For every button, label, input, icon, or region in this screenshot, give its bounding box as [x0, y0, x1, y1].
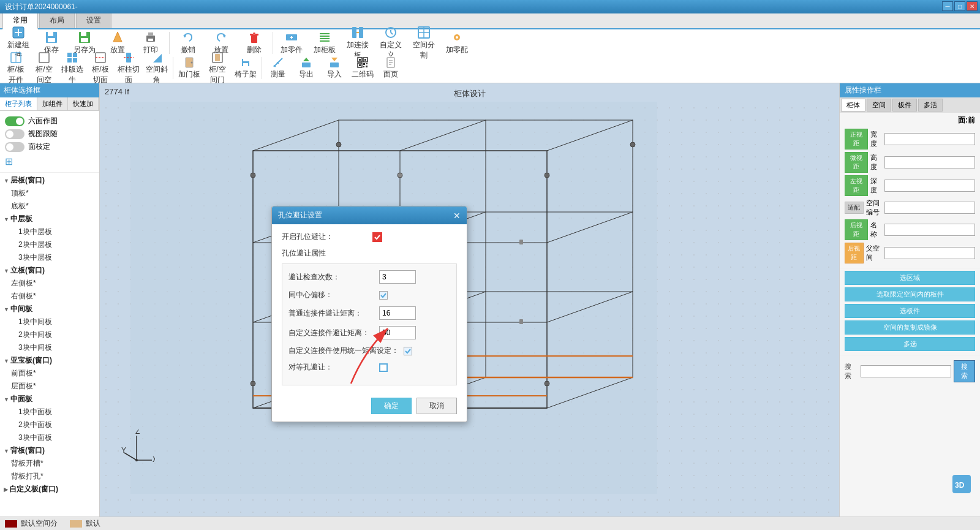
- chair-btn[interactable]: 椅子架: [232, 56, 259, 80]
- name-input[interactable]: [884, 224, 975, 236]
- toggle-sixface-switch[interactable]: [5, 116, 24, 126]
- tree-item-midface3[interactable]: 3块中面板: [1, 431, 98, 444]
- right-tab-panel[interactable]: 板件: [892, 99, 917, 112]
- undo-btn[interactable]: 撤销: [172, 31, 204, 55]
- left-tab-addcomp[interactable]: 加组件: [37, 97, 68, 110]
- tree-item-mid-face[interactable]: ▼ 中面板: [1, 393, 98, 406]
- search-input[interactable]: [861, 365, 951, 377]
- add-door-btn[interactable]: 加门板: [176, 56, 203, 80]
- select-limited-panel-btn[interactable]: 选取限定空间内的板件: [845, 287, 975, 301]
- tree-item-custom[interactable]: ▶ 自定义板(窗口): [1, 483, 98, 496]
- unified-dist-checkbox[interactable]: [404, 347, 412, 355]
- dialog-close-button[interactable]: ✕: [453, 211, 461, 221]
- peer-hole-checkbox[interactable]: [379, 363, 388, 372]
- tree-item-midboard1[interactable]: 1块中间板: [1, 316, 98, 328]
- cabinet-space-btn[interactable]: 柜/空间空: [31, 56, 58, 80]
- right-props: 正视距 宽度 微视距 高度 左视距 深度 适配 空间编号 后视距 名称: [840, 128, 980, 267]
- tree-item-bottom-panel[interactable]: 底板*: [1, 200, 98, 213]
- typeset-btn[interactable]: 排版选牛: [59, 56, 86, 80]
- add-connect-btn[interactable]: 加连接板: [342, 31, 374, 55]
- panel-open-btn[interactable]: 柜/板开件: [2, 56, 29, 80]
- normal-dist-input[interactable]: [379, 306, 416, 320]
- mirror-copy-btn[interactable]: 空间的复制成镜像: [845, 320, 975, 335]
- tree-item-front-panel[interactable]: 前面板*: [1, 367, 98, 380]
- tree-item-mid2[interactable]: 2块中层板: [1, 238, 98, 251]
- tree-item-back-slot[interactable]: 背板开槽*: [1, 457, 98, 470]
- tree-item-midboard2[interactable]: 2块中间板: [1, 328, 98, 341]
- space-split-btn[interactable]: 空间分割: [408, 31, 440, 55]
- cancel-button[interactable]: 取消: [417, 398, 457, 414]
- depth-input[interactable]: [884, 180, 975, 192]
- space-num-input[interactable]: [884, 202, 975, 214]
- select-region-btn[interactable]: 选区域: [845, 271, 975, 285]
- minimize-button[interactable]: ─: [942, 1, 953, 11]
- front-view-btn[interactable]: 正视距: [845, 129, 868, 150]
- delete-btn[interactable]: 删除: [238, 31, 270, 55]
- parent-space-input[interactable]: [884, 247, 975, 259]
- tree-item-mid-panel[interactable]: ▼ 中层板: [1, 213, 98, 225]
- micro-view-btn[interactable]: 微视距: [845, 152, 868, 173]
- custom-dist-input[interactable]: [379, 326, 416, 339]
- add-part-btn[interactable]: 加零件: [276, 31, 307, 55]
- right-tab-space[interactable]: 空间: [867, 99, 891, 112]
- panel-cut-btn[interactable]: 柜/板切面: [87, 56, 114, 80]
- add-config-btn[interactable]: 加零配: [441, 31, 473, 55]
- space-door-btn[interactable]: 柜/空间门: [204, 56, 231, 80]
- qrcode-btn[interactable]: 二维码: [349, 56, 376, 80]
- label-left-panel: 左侧板*: [11, 278, 36, 289]
- back-view2-btn[interactable]: 后视距: [845, 243, 864, 263]
- tree-item-layer-panel[interactable]: ▼ 层板(窗口): [1, 174, 98, 187]
- measure-btn[interactable]: 测量: [265, 56, 292, 80]
- enable-checkbox[interactable]: [372, 232, 382, 242]
- tree-item-top-panel[interactable]: 顶板*: [1, 187, 98, 200]
- right-tab-multi[interactable]: 多活: [918, 99, 943, 112]
- custom-btn[interactable]: 自定义义: [375, 31, 407, 55]
- fit-btn[interactable]: 适配: [845, 202, 864, 214]
- tab-layout[interactable]: 布局: [39, 12, 75, 28]
- import-btn[interactable]: 导入: [321, 56, 348, 80]
- grid-toggle[interactable]: ⊞: [5, 156, 94, 167]
- left-tab-quickadd[interactable]: 快速加: [68, 97, 99, 110]
- tree-item-mid-board[interactable]: ▼ 中间板: [1, 303, 98, 316]
- add-part-label: 加零件: [281, 45, 303, 55]
- right-tab-cabinet[interactable]: 柜体: [841, 99, 865, 112]
- width-input[interactable]: [884, 133, 975, 145]
- back-view-btn[interactable]: 后视距: [845, 219, 868, 240]
- maximize-button[interactable]: □: [954, 1, 965, 11]
- tree-item-midboard3[interactable]: 3块中间板: [1, 341, 98, 354]
- left-view-btn[interactable]: 左视距: [845, 175, 868, 196]
- tree-item-midface1[interactable]: 1块中面板: [1, 406, 98, 418]
- close-button[interactable]: ✕: [967, 1, 978, 11]
- center-offset-checkbox[interactable]: [379, 291, 388, 300]
- confirm-button[interactable]: 确定: [371, 398, 412, 414]
- tree-item-mid3[interactable]: 3块中层板: [1, 251, 98, 264]
- tree-item-backpanel[interactable]: ▼ 亚宝板(窗口): [1, 354, 98, 367]
- bevel-btn[interactable]: 空间斜角: [143, 56, 170, 80]
- export-btn[interactable]: 导出: [293, 56, 320, 80]
- tree-item-back-window[interactable]: ▼ 背板(窗口): [1, 444, 98, 457]
- page-btn[interactable]: 面页: [377, 56, 404, 80]
- tree-item-left-panel[interactable]: 左侧板*: [1, 277, 98, 290]
- tree-item-back-hole[interactable]: 背板打孔*: [1, 470, 98, 483]
- tab-settings[interactable]: 设置: [76, 12, 111, 28]
- toggle-facefix-switch[interactable]: [5, 142, 24, 152]
- multi-select-btn[interactable]: 多选: [845, 337, 975, 351]
- measure-label: 测量: [271, 69, 285, 80]
- tree-item-mid1[interactable]: 1块中层板: [1, 225, 98, 238]
- search-button[interactable]: 搜索: [954, 360, 976, 382]
- toggle-viewfollow-switch[interactable]: [5, 129, 24, 139]
- add-panel-btn[interactable]: 加柜板: [309, 31, 341, 55]
- tree-item-layer-face[interactable]: 层面板*: [1, 380, 98, 393]
- height-input[interactable]: [884, 156, 975, 168]
- canvas-area[interactable]: 柜体设计 2774 If: [100, 83, 839, 517]
- custom-icon: [383, 26, 398, 39]
- tree-item-right-panel[interactable]: 右侧板*: [1, 290, 98, 303]
- tree-item-side-panel[interactable]: ▼ 立板(窗口): [1, 264, 98, 277]
- check-count-input[interactable]: [379, 270, 416, 284]
- column-cut-btn[interactable]: 柜柱切面: [115, 56, 142, 80]
- svg-rect-111: [519, 240, 523, 244]
- select-panel-btn[interactable]: 选板件: [845, 304, 975, 318]
- height-label: 高度: [870, 153, 882, 172]
- tree-item-midface2[interactable]: 2块中面板: [1, 418, 98, 431]
- left-tab-list[interactable]: 柜子列表: [0, 97, 37, 110]
